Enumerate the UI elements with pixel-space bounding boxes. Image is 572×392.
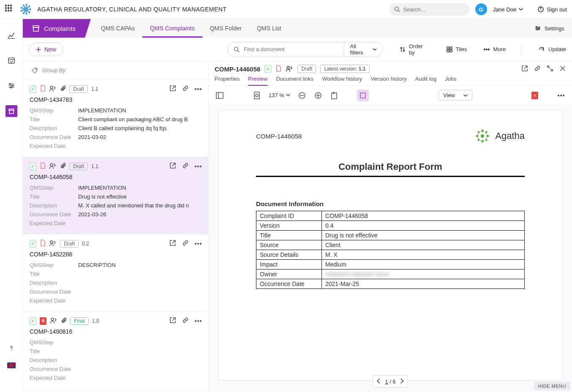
link-icon[interactable]	[534, 65, 541, 73]
hide-menu-button[interactable]: HIDE MENU	[534, 382, 570, 390]
svg-point-24	[198, 89, 199, 90]
svg-point-18	[484, 49, 485, 50]
svg-rect-17	[450, 50, 452, 52]
order-by-button[interactable]: Order by	[400, 43, 429, 56]
new-button[interactable]: New	[29, 43, 63, 56]
field-label: QMSStep	[30, 262, 78, 268]
field-value	[78, 289, 202, 295]
svg-rect-39	[216, 93, 223, 98]
svg-point-29	[200, 166, 202, 167]
apps-icon[interactable]	[5, 5, 14, 14]
close-icon[interactable]	[559, 65, 566, 73]
status-chip: Draft	[60, 240, 79, 248]
info-label: Source Details	[256, 250, 322, 260]
open-external-icon[interactable]	[169, 85, 176, 93]
info-label: Owner	[256, 270, 322, 279]
svg-rect-16	[447, 50, 449, 52]
more-button[interactable]: More	[484, 46, 506, 52]
tab-qms-folder[interactable]: QMS Folder	[202, 19, 249, 38]
open-external-icon[interactable]	[521, 65, 528, 73]
signout-button[interactable]: Sign out	[537, 6, 567, 13]
tab-qms-complaints[interactable]: QMS Complaints	[142, 19, 202, 38]
find-document-input[interactable]: Find a document	[227, 42, 344, 57]
zoom-select[interactable]: 137 %	[267, 91, 292, 100]
detail-tab-audit-log[interactable]: Audit log	[415, 76, 437, 85]
update-button[interactable]: Update	[538, 46, 566, 53]
zoom-in-button[interactable]	[312, 90, 324, 101]
open-external-icon[interactable]	[169, 240, 176, 248]
link-icon[interactable]	[182, 317, 189, 325]
rotate-button[interactable]	[328, 90, 340, 101]
module-tabs: Complaints QMS CAPAsQMS ComplaintsQMS Fo…	[23, 19, 572, 38]
list-item[interactable]: ✓Draft0.2COMP-1452286QMSStepDESCRIPTIONT…	[23, 234, 208, 312]
chevron-down-icon	[519, 7, 523, 11]
more-icon[interactable]	[195, 162, 202, 170]
more-preview-button[interactable]	[555, 90, 567, 101]
detail-tab-preview[interactable]: Preview	[248, 76, 267, 85]
field-label: Description	[30, 202, 78, 209]
latest-version-badge: Latest version: 1.1	[320, 65, 369, 73]
field-label: Description	[30, 280, 78, 286]
clipboard-icon: ✓	[30, 163, 36, 170]
pdf-icon	[275, 65, 281, 73]
plus-icon	[36, 47, 41, 52]
detail-tab-properties[interactable]: Properties	[215, 76, 240, 85]
detail-tab-document-links[interactable]: Document links	[276, 76, 314, 85]
link-icon[interactable]	[182, 162, 189, 170]
sort-icon	[400, 46, 406, 52]
field-label: Expected Date	[30, 143, 78, 149]
pager-prev[interactable]	[376, 378, 381, 385]
detail-doc-id: COMP-1446058	[215, 65, 260, 73]
zoom-out-button[interactable]	[296, 90, 308, 101]
clipboard-icon: ✓	[30, 317, 36, 325]
settings-button[interactable]: Settings	[527, 25, 572, 32]
rail-complaints[interactable]	[5, 105, 17, 117]
pager-next[interactable]	[400, 378, 404, 385]
list-item[interactable]: ✓Draft1.1COMP-1434783QMSStepIMPLEMENTATI…	[23, 80, 208, 157]
avatar[interactable]: G	[475, 3, 487, 15]
expand-icon[interactable]	[547, 65, 553, 73]
more-icon[interactable]	[195, 240, 202, 248]
list-item[interactable]: ✓AFinal1.0COMP-1490816QMSStepTitleDescri…	[23, 312, 208, 389]
more-icon[interactable]	[195, 85, 202, 93]
open-external-icon[interactable]	[169, 317, 176, 325]
svg-rect-7	[9, 110, 14, 114]
svg-marker-54	[485, 131, 488, 134]
document-canvas[interactable]: COMP-1446058	[209, 105, 572, 392]
detail-tab-jobs[interactable]: Jobs	[445, 76, 456, 85]
tab-qms-capas[interactable]: QMS CAPAs	[93, 19, 142, 38]
link-icon[interactable]	[182, 240, 189, 248]
page-fit-button[interactable]	[251, 90, 263, 101]
select-tool-button[interactable]	[357, 90, 369, 101]
svg-point-30	[50, 241, 53, 243]
preview-toolbar: 137 % View A	[209, 86, 572, 105]
section-title: Document Information	[256, 200, 525, 207]
view-mode-select[interactable]: View	[439, 90, 472, 101]
tiles-button[interactable]: Tiles	[447, 46, 467, 52]
sidebar-toggle-button[interactable]	[214, 90, 226, 101]
info-label: Impact	[256, 260, 322, 270]
rail-help[interactable]	[5, 342, 17, 354]
document-list-pane: Group By ✓Draft1.1COMP-1434783QMSStepIMP…	[23, 61, 209, 392]
all-filters-button[interactable]: All filters	[344, 42, 383, 57]
status-badge: Draft	[297, 65, 316, 73]
open-external-icon[interactable]	[169, 162, 176, 170]
link-icon[interactable]	[182, 85, 189, 93]
pdf-download-button[interactable]: A	[531, 92, 538, 99]
more-icon[interactable]	[195, 317, 202, 325]
tab-main-complaints[interactable]: Complaints	[23, 19, 85, 38]
clipboard-icon: ✓	[30, 85, 36, 93]
language-flag-uk[interactable]	[7, 362, 16, 368]
tab-qms-list[interactable]: QMS List	[249, 19, 289, 38]
detail-tab-workflow-history[interactable]: Workflow history	[322, 76, 362, 85]
username[interactable]: Jane Doe	[493, 6, 523, 13]
rail-analytics[interactable]	[5, 29, 17, 41]
group-by[interactable]: Group By	[23, 61, 208, 80]
global-search[interactable]: Search...	[389, 3, 469, 16]
detail-tab-version-history[interactable]: Version history	[371, 76, 407, 85]
help-icon	[8, 345, 15, 351]
list-item[interactable]: ✓Draft1.1COMP-1446058QMSStepIMPLEMENTATI…	[23, 157, 208, 234]
rail-filters[interactable]	[5, 80, 17, 92]
info-value: redacted redacted name	[322, 270, 525, 279]
rail-calendar[interactable]	[5, 54, 17, 66]
